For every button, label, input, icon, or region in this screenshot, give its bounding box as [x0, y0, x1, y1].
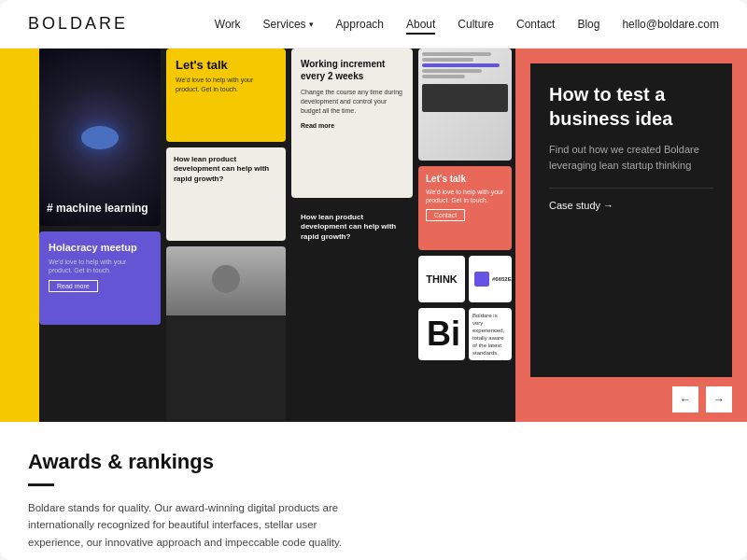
lets-talk-1-title: Let's talk: [176, 58, 276, 72]
nav-arrows: ← →: [515, 377, 747, 422]
machine-learning-tag: # machine learning: [47, 202, 148, 217]
next-arrow[interactable]: →: [706, 386, 732, 413]
card-big: Bi: [418, 308, 465, 360]
card-lets-talk-1: Let's talk We'd love to help with your p…: [166, 49, 286, 142]
prev-arrow[interactable]: ←: [672, 386, 698, 413]
eye-image: [39, 49, 161, 226]
lets-talk-1-body: We'd love to help with your product. Get…: [176, 76, 276, 94]
lean-product-2-title: How lean product development can help wi…: [301, 213, 403, 242]
working-increment-body: Change the course any time during develo…: [301, 88, 403, 115]
nav-contact[interactable]: Contact: [516, 18, 555, 31]
nav-services[interactable]: Services ▾: [263, 18, 314, 31]
logo: BOLDARE: [28, 14, 128, 34]
card-bottom-dark: [39, 329, 161, 420]
review-text: Boldare is very experienced, totally awa…: [472, 312, 508, 360]
read-more-link[interactable]: Read more: [301, 122, 403, 129]
yellow-bottom-accent: [0, 347, 39, 422]
working-increment-title: Working increment every 2 weeks: [301, 58, 403, 82]
nav-approach[interactable]: Approach: [336, 18, 384, 31]
lets-talk-2-body: We'd love to help with your product. Get…: [426, 188, 504, 204]
holacracy-btn[interactable]: Read more: [49, 280, 98, 292]
header: BOLDARE Work Services ▾ Approach About C…: [0, 0, 747, 49]
services-dropdown-icon: ▾: [309, 20, 314, 29]
holacracy-body: We'd love to help with your product. Get…: [49, 258, 151, 274]
card-person: [166, 246, 286, 420]
lean-product-1-title: How lean product development can help wi…: [174, 155, 278, 184]
card-machine-learning: # machine learning: [39, 49, 161, 226]
holacracy-title: Holacracy meetup: [49, 241, 151, 254]
awards-title: Awards & rankings: [28, 450, 719, 474]
awards-section: Awards & rankings Boldare stands for qua…: [0, 422, 747, 560]
awards-underline: [28, 483, 54, 486]
hero-section: # machine learning Let's talk We'd love …: [0, 49, 747, 422]
card-mockup-1: [418, 49, 512, 161]
email-link[interactable]: hello@boldare.com: [622, 18, 719, 31]
article-description: Find out how we created Boldare leveragi…: [549, 142, 713, 173]
card-hex: #6652E4: [469, 256, 512, 302]
nav-about[interactable]: About: [406, 18, 435, 31]
case-study-link[interactable]: Case study →: [549, 200, 713, 211]
hex-text: #6652E4: [492, 276, 512, 282]
card-working-increment: Working increment every 2 weeks Change t…: [291, 49, 413, 198]
nav-work[interactable]: Work: [215, 18, 241, 31]
nav-blog[interactable]: Blog: [577, 18, 599, 31]
card-holacracy: Holacracy meetup We'd love to help with …: [39, 231, 161, 325]
right-panel: How to test a business idea Find out how…: [515, 49, 747, 422]
card-lets-talk-2: Let's talk We'd love to help with your p…: [418, 166, 512, 250]
nav-culture[interactable]: Culture: [458, 18, 494, 31]
card-lean-product-2: How lean product development can help wi…: [291, 203, 413, 334]
lets-talk-2-title: Let's talk: [426, 174, 504, 184]
article-box: How to test a business idea Find out how…: [530, 63, 732, 377]
article-title: How to test a business idea: [549, 82, 713, 131]
card-think: THINK: [418, 256, 465, 302]
awards-text: Boldare stands for quality. Our award-wi…: [28, 499, 364, 551]
mosaic-grid: # machine learning Let's talk We'd love …: [39, 49, 515, 422]
big-text: Bi: [427, 317, 460, 351]
main-nav: Work Services ▾ Approach About Culture C…: [215, 18, 600, 31]
card-review: Boldare is very experienced, totally awa…: [469, 308, 512, 360]
contact-btn-2[interactable]: Contact: [426, 209, 465, 221]
think-text: THINK: [426, 273, 458, 285]
card-lean-product-1: How lean product development can help wi…: [166, 147, 286, 241]
mockup-image: [418, 49, 512, 161]
